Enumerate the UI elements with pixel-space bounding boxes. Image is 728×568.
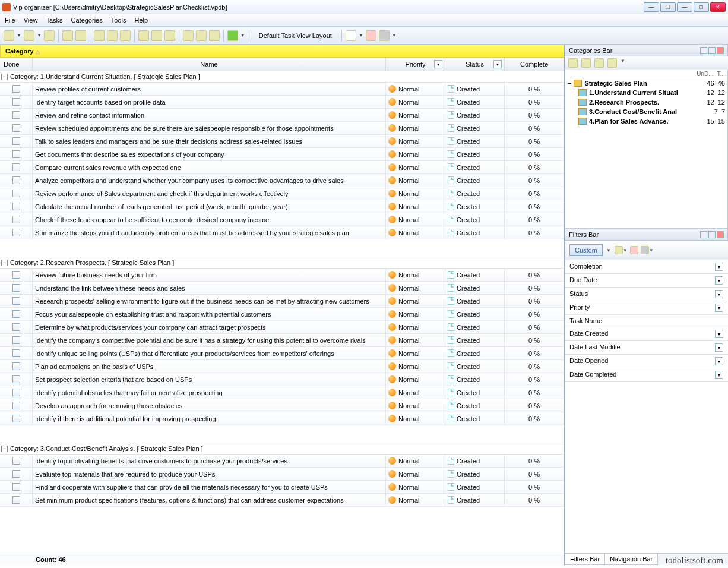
done-checkbox[interactable] bbox=[12, 310, 20, 318]
dropdown-icon[interactable]: ▾ bbox=[715, 276, 723, 285]
task-row[interactable]: Summarize the steps you did and identify… bbox=[0, 226, 564, 239]
done-checkbox[interactable] bbox=[12, 85, 20, 93]
done-checkbox[interactable] bbox=[12, 271, 20, 279]
category-tree-item[interactable]: 2.Research Prospects.1212 bbox=[565, 97, 727, 107]
fpanel-pin-icon[interactable] bbox=[708, 231, 716, 238]
task-name[interactable]: Set prospect selection criteria that are… bbox=[33, 373, 386, 386]
done-checkbox[interactable] bbox=[12, 111, 20, 119]
done-checkbox[interactable] bbox=[12, 98, 20, 106]
filter-field[interactable]: Date Created▾ bbox=[565, 327, 728, 341]
filter-field[interactable]: Date Completed▾ bbox=[565, 368, 728, 382]
cat-tb1-icon[interactable] bbox=[568, 58, 578, 68]
task-name[interactable]: Research prospects' selling environment … bbox=[33, 295, 386, 307]
filter-field[interactable]: Priority▾ bbox=[565, 301, 728, 315]
new-icon[interactable] bbox=[4, 30, 14, 41]
panel-pin-icon[interactable] bbox=[708, 47, 716, 54]
panel-btn1-icon[interactable] bbox=[700, 47, 707, 54]
task5-icon[interactable] bbox=[196, 30, 207, 41]
task-row[interactable]: Identify if there is additional potentia… bbox=[0, 412, 564, 425]
task-row[interactable]: Develop an approach for removing those o… bbox=[0, 399, 564, 412]
col-name[interactable]: Name bbox=[33, 58, 386, 71]
collapse-icon[interactable]: − bbox=[1, 260, 8, 266]
layout2-icon[interactable] bbox=[366, 30, 376, 41]
done-checkbox[interactable] bbox=[12, 362, 20, 370]
tab-filters-bar[interactable]: Filters Bar bbox=[565, 554, 605, 565]
task-name[interactable]: Identify potential obstacles that may fa… bbox=[33, 386, 386, 399]
menu-file[interactable]: File bbox=[5, 17, 15, 24]
cat-tb2-icon[interactable] bbox=[581, 58, 591, 68]
check-icon[interactable] bbox=[227, 30, 238, 41]
filter-field[interactable]: Date Last Modifie▾ bbox=[565, 341, 728, 355]
group-by-bar[interactable]: Category △ bbox=[0, 45, 564, 58]
done-checkbox[interactable] bbox=[12, 389, 20, 396]
task3-icon[interactable] bbox=[164, 30, 175, 41]
custom-filter-button[interactable]: Custom bbox=[569, 244, 603, 256]
task-row[interactable]: Plan ad campaigns on the basis of USPsNo… bbox=[0, 360, 564, 373]
menu-help[interactable]: Help bbox=[134, 17, 148, 24]
task-row[interactable]: Review future business needs of your fir… bbox=[0, 269, 564, 282]
copy-icon[interactable] bbox=[107, 30, 118, 41]
category-tree-item[interactable]: 1.Understand Current Situati1212 bbox=[565, 88, 727, 97]
category-tree-item[interactable]: 4.Plan for Sales Advance.1515 bbox=[565, 116, 727, 126]
minimize2-button[interactable]: — bbox=[677, 2, 692, 12]
task-name[interactable]: Calculate the actual number of leads gen… bbox=[33, 200, 386, 213]
task-row[interactable]: Determine by what products/services your… bbox=[0, 321, 564, 334]
task-row[interactable]: Set prospect selection criteria that are… bbox=[0, 373, 564, 386]
preview-icon[interactable] bbox=[75, 30, 86, 41]
task-row[interactable]: Set minimum product specifications (feat… bbox=[0, 494, 564, 507]
category-row[interactable]: −Category: 2.Research Prospects. [ Strat… bbox=[0, 257, 564, 269]
task-name[interactable]: Compare current sales revenue with expec… bbox=[33, 161, 386, 173]
delete-icon[interactable] bbox=[44, 30, 55, 41]
task-name[interactable]: Focus your salespeople on establishing t… bbox=[33, 308, 386, 320]
task-name[interactable]: Find and cooperate with suppliers that c… bbox=[33, 481, 386, 493]
task-name[interactable]: Identify if there is additional potentia… bbox=[33, 412, 386, 425]
task-row[interactable]: Talk to sales leaders and managers and b… bbox=[0, 135, 564, 148]
dropdown-icon[interactable]: ▾ bbox=[715, 357, 723, 365]
done-checkbox[interactable] bbox=[12, 203, 20, 210]
task-name[interactable]: Identify unique selling points (USPs) th… bbox=[33, 347, 386, 359]
task-name[interactable]: Review scheduled appointments and be sur… bbox=[33, 122, 386, 134]
menu-view[interactable]: View bbox=[24, 17, 38, 24]
done-checkbox[interactable] bbox=[12, 457, 20, 465]
done-checkbox[interactable] bbox=[12, 124, 20, 132]
dropdown-icon[interactable]: ▾ bbox=[715, 263, 723, 271]
task-row[interactable]: Review performance of Sales department a… bbox=[0, 187, 564, 200]
filter-field[interactable]: Due Date▾ bbox=[565, 274, 728, 288]
dropdown-icon[interactable]: ▾ bbox=[715, 343, 723, 352]
task-name[interactable]: Set minimum product specifications (feat… bbox=[33, 494, 386, 506]
close-button[interactable]: ✕ bbox=[710, 2, 726, 12]
done-checkbox[interactable] bbox=[12, 176, 20, 184]
filter-tb1-icon[interactable] bbox=[615, 246, 623, 254]
restore-button[interactable]: ❐ bbox=[660, 2, 676, 12]
task-row[interactable]: Review and refine contact informationNor… bbox=[0, 109, 564, 122]
done-checkbox[interactable] bbox=[12, 375, 20, 383]
task-row[interactable]: Check if these leads appear to be suffic… bbox=[0, 213, 564, 226]
minimize-button[interactable]: — bbox=[644, 2, 659, 12]
dropdown-icon[interactable]: ▾ bbox=[715, 290, 723, 298]
done-checkbox[interactable] bbox=[12, 297, 20, 305]
filter-field[interactable]: Status▾ bbox=[565, 288, 728, 301]
panel-close-icon[interactable] bbox=[717, 47, 724, 54]
done-checkbox[interactable] bbox=[12, 150, 20, 158]
task-name[interactable]: Develop an approach for removing those o… bbox=[33, 399, 386, 412]
task-row[interactable]: Understand the link between these needs … bbox=[0, 282, 564, 295]
category-tree-item[interactable]: −Strategic Sales Plan4646 bbox=[565, 78, 727, 88]
task-name[interactable]: Get documents that describe sales expect… bbox=[33, 148, 386, 160]
task1-icon[interactable] bbox=[138, 30, 149, 41]
task-row[interactable]: Review profiles of current customersNorm… bbox=[0, 83, 564, 96]
done-checkbox[interactable] bbox=[12, 323, 20, 331]
task-row[interactable]: Research prospects' selling environment … bbox=[0, 295, 564, 308]
col-complete[interactable]: Complete bbox=[505, 58, 564, 71]
category-row[interactable]: −Category: 3.Conduct Cost/Benefit Analys… bbox=[0, 443, 564, 455]
task-row[interactable]: Identify target accounts based on profil… bbox=[0, 96, 564, 109]
paste-icon[interactable] bbox=[120, 30, 131, 41]
done-checkbox[interactable] bbox=[12, 336, 20, 344]
cat-tb4-icon[interactable] bbox=[607, 58, 617, 68]
task-row[interactable]: Identify the company's competitive poten… bbox=[0, 334, 564, 347]
task-name[interactable]: Determine by what products/services your… bbox=[33, 321, 386, 333]
col-priority[interactable]: Priority▾ bbox=[386, 58, 445, 71]
task-row[interactable]: Evaluate top materials that are required… bbox=[0, 468, 564, 481]
task-name[interactable]: Review and refine contact information bbox=[33, 109, 386, 121]
tree-expand-icon[interactable]: − bbox=[568, 80, 571, 87]
task-row[interactable]: Calculate the actual number of leads gen… bbox=[0, 200, 564, 213]
